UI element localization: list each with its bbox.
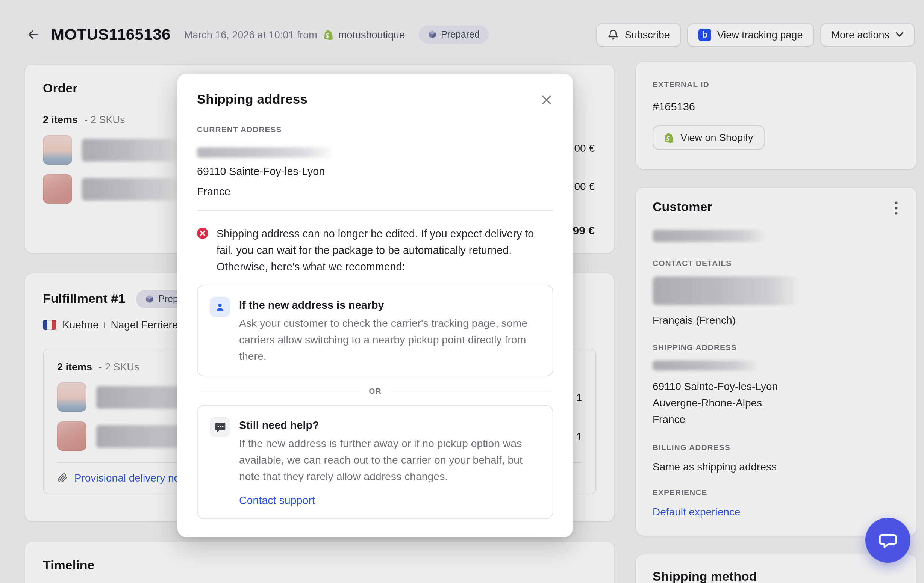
order-detail-page: MOTUS1165136 March 16, 2026 at 10:01 fro… [0, 0, 924, 583]
chat-launcher-button[interactable] [865, 518, 911, 563]
warning-text: Shipping address can no longer be edited… [216, 226, 553, 275]
or-divider: OR [198, 386, 552, 395]
modal-address-city: 69110 Sainte-Foy-les-Lyon [197, 165, 553, 178]
support-option-content: Still need help? If the new address is f… [239, 417, 541, 507]
nearby-option-body: Ask your customer to check the carrier's… [239, 315, 541, 364]
support-option-card: Still need help? If the new address is f… [197, 405, 553, 519]
modal-header: Shipping address [197, 92, 553, 110]
divider [197, 210, 553, 211]
nearby-option-content: If the new address is nearby Ask your cu… [239, 297, 541, 364]
nearby-option-card: If the new address is nearby Ask your cu… [197, 285, 553, 376]
close-button[interactable] [537, 90, 556, 110]
redacted-address-line [197, 147, 332, 158]
chat-bubble-icon [210, 417, 230, 437]
pickup-person-icon [210, 297, 230, 317]
modal-title: Shipping address [197, 92, 307, 107]
modal-address-country: France [197, 185, 553, 198]
error-icon [197, 228, 208, 275]
contact-support-link[interactable]: Contact support [239, 494, 315, 506]
shipping-address-modal: Shipping address CURRENT ADDRESS 69110 S… [177, 74, 573, 537]
chat-icon [878, 530, 898, 550]
close-icon [541, 95, 552, 105]
address-locked-warning: Shipping address can no longer be edited… [197, 226, 553, 275]
current-address-label: CURRENT ADDRESS [197, 125, 553, 134]
nearby-option-title: If the new address is nearby [239, 299, 541, 311]
support-option-body: If the new address is further away or if… [239, 435, 541, 484]
support-option-title: Still need help? [239, 419, 541, 431]
or-label: OR [369, 386, 381, 395]
